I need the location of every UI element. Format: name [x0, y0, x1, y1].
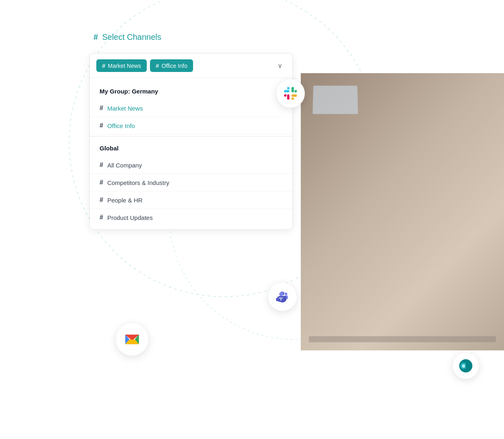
- tag-office-info-label: Office Info: [161, 63, 187, 69]
- teams-icon: [275, 289, 290, 304]
- channel-hash-market-news: #: [100, 104, 103, 112]
- sharepoint-icon-circle[interactable]: S: [453, 353, 479, 379]
- channel-item-market-news[interactable]: # Market News: [90, 100, 292, 117]
- group-label-my-group: My Group: Germany: [90, 85, 292, 100]
- channel-item-all-company[interactable]: # All Company: [90, 156, 292, 174]
- gmail-icon-circle[interactable]: [116, 323, 148, 356]
- section-title-hash: #: [93, 33, 98, 42]
- channel-hash-all-company: #: [100, 161, 103, 169]
- left-panel: # Select Channels # Market News # Office…: [89, 33, 293, 230]
- svg-point-11: [465, 363, 471, 369]
- tag-market-news-label: Market News: [108, 63, 141, 69]
- tag-office-info-hash: #: [156, 62, 159, 69]
- svg-rect-6: [279, 298, 283, 298]
- channel-name-competitors: Competitors & Industry: [107, 179, 169, 186]
- dropdown-chevron-button[interactable]: ∨: [274, 60, 286, 71]
- gmail-icon: [124, 331, 140, 348]
- tag-market-news[interactable]: # Market News: [96, 59, 147, 72]
- channel-item-people-hr[interactable]: # People & HR: [90, 191, 292, 209]
- tag-office-info[interactable]: # Office Info: [150, 59, 193, 72]
- sharepoint-icon: S: [458, 359, 473, 373]
- photo-small-sim2: [403, 277, 500, 350]
- group-label-global: Global: [90, 141, 292, 156]
- dropdown-header: # Market News # Office Info ∨: [90, 54, 292, 78]
- group-divider: [90, 136, 292, 137]
- channel-name-office-info: Office Info: [107, 122, 135, 129]
- slack-icon: [283, 86, 298, 101]
- channel-item-product-updates[interactable]: # Product Updates: [90, 209, 292, 226]
- channel-hash-office-info: #: [100, 122, 103, 129]
- section-title-text: Select Channels: [102, 33, 161, 42]
- channel-item-competitors-industry[interactable]: # Competitors & Industry: [90, 174, 292, 191]
- channel-name-product-updates: Product Updates: [107, 214, 153, 221]
- channels-dropdown[interactable]: # Market News # Office Info ∨ My Group: …: [89, 53, 293, 230]
- section-title: # Select Channels: [93, 33, 293, 42]
- svg-point-2: [285, 293, 287, 295]
- channel-hash-competitors: #: [100, 179, 103, 186]
- channel-hash-people-hr: #: [100, 196, 103, 204]
- teams-icon-circle[interactable]: [268, 283, 297, 311]
- svg-point-5: [279, 292, 283, 296]
- right-panel: [301, 73, 504, 350]
- photo-row: [301, 277, 504, 350]
- channel-hash-product-updates: #: [100, 214, 103, 221]
- photo-small-2: [403, 277, 500, 350]
- channel-name-market-news: Market News: [107, 105, 143, 112]
- slack-icon-circle[interactable]: [276, 79, 305, 108]
- svg-text:S: S: [462, 364, 465, 368]
- channel-item-office-info[interactable]: # Office Info: [90, 117, 292, 135]
- tag-market-news-hash: #: [102, 62, 105, 69]
- svg-rect-7: [280, 298, 281, 301]
- channel-name-all-company: All Company: [107, 162, 142, 169]
- channel-name-people-hr: People & HR: [107, 197, 143, 204]
- dropdown-list: My Group: Germany # Market News # Office…: [90, 78, 292, 229]
